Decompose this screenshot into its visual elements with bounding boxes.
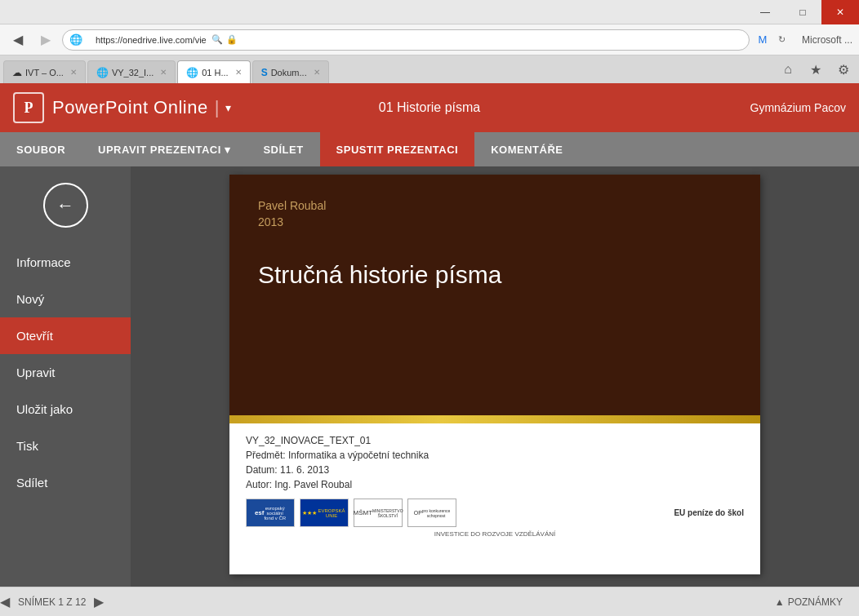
- slide-logos-row: esfevropskýsociálnífond v ČR ★★★EVROPSKÁ…: [246, 499, 744, 527]
- tab-close-dokum[interactable]: ✕: [314, 68, 320, 77]
- menu-soubor[interactable]: SOUBOR: [0, 132, 82, 166]
- browser-addressbar: ◀ ▶ 🌐 https://onedrive.live.com/vie 🔍 🔒 …: [0, 24, 859, 55]
- tab-icon-vy32: 🌐: [96, 67, 109, 78]
- logo-op: OPpro konkurenceschopnost: [407, 499, 456, 527]
- url-text: https://onedrive.live.com/vie: [96, 35, 207, 45]
- doc-title: 01 Historie písma: [379, 100, 481, 115]
- main-content: ← Informace Nový Otevřít Upravit Uložit …: [0, 166, 859, 587]
- investice-text: INVESTICE DO ROZVOJE VZDĚLÁVÁNÍ: [246, 530, 744, 538]
- eu-text: EU peníze do škol: [674, 508, 744, 517]
- tab-label-ivt: IVT – O...: [25, 68, 64, 78]
- ms-icon: M: [754, 32, 771, 48]
- tab-close-vy32[interactable]: ✕: [160, 68, 167, 77]
- favorites-button[interactable]: ★: [803, 59, 828, 80]
- user-name: Gymnázium Pacov: [750, 101, 846, 114]
- sidebar-item-tisk[interactable]: Tisk: [0, 428, 131, 464]
- slide-author-line: Autor: Ing. Pavel Roubal: [246, 479, 744, 490]
- sidebar-item-upravit[interactable]: Upravit: [0, 354, 131, 391]
- menu-bar: SOUBOR UPRAVIT PREZENTACI ▾ SDÍLET SPUST…: [0, 132, 859, 166]
- slide-author: Pavel Roubal: [258, 199, 732, 212]
- slide: Pavel Roubal 2013 Stručná historie písma…: [229, 175, 760, 574]
- logo-msmt: MŠMTMINISTERSTVO ŠKOLSTVÍ: [354, 499, 403, 527]
- logo-letter: P: [24, 100, 33, 117]
- slide-subject: Předmět: Informatika a výpočetní technik…: [246, 450, 744, 461]
- logo-eu: ★★★EVROPSKÁ UNIE: [300, 499, 349, 527]
- ppt-logo: P: [13, 92, 44, 123]
- logo-esf: esfevropskýsociálnífond v ČR: [246, 499, 295, 527]
- search-icon: 🔍: [211, 34, 223, 45]
- slide-logos: esfevropskýsociálnífond v ČR ★★★EVROPSKÁ…: [246, 499, 456, 527]
- next-slide-button[interactable]: ▶: [94, 594, 104, 609]
- tab-label-microsoft: Microsoft ...: [802, 34, 852, 46]
- title-divider: |: [215, 97, 220, 118]
- slide-gold-bar: [229, 415, 760, 423]
- tab-vy32[interactable]: 🌐 VY_32_I... ✕: [87, 60, 176, 83]
- tab-icon-dokum: S: [261, 67, 268, 78]
- slide-area: Pavel Roubal 2013 Stručná historie písma…: [131, 166, 859, 587]
- tab-ivt[interactable]: ☁ IVT – O... ✕: [3, 60, 86, 83]
- sidebar-item-sdilet[interactable]: Sdílet: [0, 464, 131, 501]
- slide-date: Datum: 11. 6. 2013: [246, 464, 744, 476]
- browser-titlebar: — □ ✕: [0, 0, 859, 24]
- sidebar-item-novy[interactable]: Nový: [0, 281, 131, 317]
- dropdown-caret-icon[interactable]: ▾: [225, 101, 231, 114]
- app-header: P PowerPoint Online | ▾ 01 Historie písm…: [0, 83, 859, 132]
- address-bar[interactable]: 🌐 https://onedrive.live.com/vie 🔍 🔒: [62, 29, 750, 51]
- tab-01h[interactable]: 🌐 01 H... ✕: [177, 60, 250, 83]
- settings-button[interactable]: ⚙: [831, 59, 856, 80]
- slide-year: 2013: [258, 215, 732, 228]
- tab-close-01h[interactable]: ✕: [235, 68, 242, 77]
- menu-upravit[interactable]: UPRAVIT PREZENTACI ▾: [82, 132, 247, 166]
- menu-sdilet[interactable]: SDÍLET: [247, 132, 319, 166]
- back-button-sidebar[interactable]: ←: [43, 183, 88, 228]
- lock-icon: 🔒: [226, 34, 238, 45]
- notes-arrow-icon: ▲: [775, 596, 785, 608]
- refresh-icon[interactable]: ↻: [774, 32, 790, 48]
- sidebar-item-informace[interactable]: Informace: [0, 244, 131, 281]
- back-button[interactable]: ◀: [7, 29, 29, 51]
- slide-lower: VY_32_INOVACE_TEXT_01 Předmět: Informati…: [229, 423, 760, 574]
- tab-label-vy32: VY_32_I...: [112, 68, 154, 78]
- address-icons: M ↻: [754, 32, 790, 48]
- menu-spustit[interactable]: SPUSTIT PREZENTACI: [320, 132, 475, 166]
- minimize-button[interactable]: —: [746, 0, 784, 24]
- menu-komentare[interactable]: KOMENTÁŘE: [474, 132, 579, 166]
- menu-upravit-caret-icon: ▾: [225, 144, 231, 156]
- eu-text-area: EU peníze do škol: [674, 508, 744, 517]
- tab-close-ivt[interactable]: ✕: [70, 68, 77, 77]
- tab-label-01h: 01 H...: [202, 68, 228, 78]
- slide-upper: Pavel Roubal 2013 Stručná historie písma: [229, 175, 760, 415]
- bottom-bar: ◀ SNÍMEK 1 Z 12 ▶ ▲ POZNÁMKY: [0, 587, 859, 616]
- tab-label-dokum: Dokum...: [271, 68, 307, 78]
- tab-icon-01h: 🌐: [186, 67, 198, 78]
- tab-dokum[interactable]: S Dokum... ✕: [252, 60, 329, 83]
- maximize-button[interactable]: □: [784, 0, 821, 24]
- forward-button[interactable]: ▶: [34, 29, 57, 51]
- slide-nav-text: SNÍMEK 1 Z 12: [18, 596, 86, 608]
- home-button[interactable]: ⌂: [776, 59, 800, 80]
- browser-nav-right: ⌂ ★ ⚙: [776, 59, 856, 83]
- notes-button[interactable]: ▲ POZNÁMKY: [775, 596, 843, 608]
- tab-icon-ivt: ☁: [12, 67, 22, 78]
- sidebar-item-ulozit[interactable]: Uložit jako: [0, 391, 131, 428]
- browser-tabs: ☁ IVT – O... ✕ 🌐 VY_32_I... ✕ 🌐 01 H... …: [0, 55, 859, 83]
- notes-label: POZNÁMKY: [788, 596, 843, 608]
- app-name: PowerPoint Online: [52, 97, 208, 118]
- close-button[interactable]: ✕: [821, 0, 859, 24]
- sidebar: ← Informace Nový Otevřít Upravit Uložit …: [0, 166, 131, 587]
- prev-slide-button[interactable]: ◀: [0, 594, 10, 609]
- sidebar-item-otevrit[interactable]: Otevřít: [0, 317, 131, 354]
- slide-code: VY_32_INOVACE_TEXT_01: [246, 435, 744, 446]
- ie-icon: 🌐: [69, 33, 82, 46]
- slide-main-title: Stručná historie písma: [258, 261, 732, 289]
- menu-upravit-label: UPRAVIT PREZENTACI: [98, 144, 221, 156]
